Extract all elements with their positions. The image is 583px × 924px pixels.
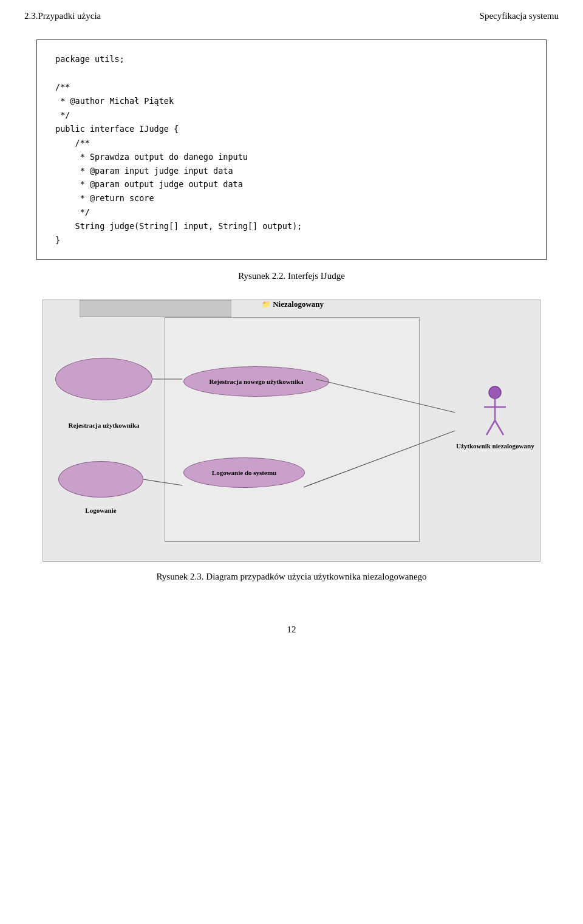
actor-figure [483, 385, 507, 440]
system-label: 📁 Niezalogowany [165, 299, 420, 309]
chapter-title: 2.3.Przypadki użycia [24, 11, 101, 21]
ellipse-rejestracja-label: Rejestracja użytkownika [61, 422, 146, 429]
code-block: package utils; /** * @author Michał Piąt… [36, 39, 547, 260]
use-case-rejestracja: Rejestracja nowego użytkownika [183, 366, 329, 397]
system-boundary-box: 📁 Niezalogowany Rejestracja nowego użytk… [165, 317, 420, 542]
svg-line-4 [495, 420, 503, 435]
svg-line-3 [486, 420, 495, 435]
figure-caption-2: Rysunek 2.3. Diagram przypadków użycia u… [36, 572, 547, 582]
actor-container: Użytkownik niezalogowany [456, 385, 534, 450]
page-number: 12 [0, 606, 583, 647]
code-content: package utils; /** * @author Michał Piąt… [55, 52, 528, 247]
ellipse-logowanie [58, 461, 143, 498]
figure-caption-1: Rysunek 2.2. Interfejs IJudge [36, 271, 547, 281]
uml-diagram: 📁 Niezalogowany Rejestracja nowego użytk… [43, 299, 540, 562]
uml-inner: 📁 Niezalogowany Rejestracja nowego użytk… [43, 300, 540, 561]
section-title: Specyfikacja systemu [480, 11, 559, 21]
ellipse-rejestracja [55, 358, 152, 400]
ellipse-logowanie-label: Logowanie [58, 507, 143, 514]
use-case-logowanie: Logowanie do systemu [183, 457, 305, 488]
actor-label: Użytkownik niezalogowany [456, 442, 534, 450]
svg-point-0 [489, 386, 501, 399]
